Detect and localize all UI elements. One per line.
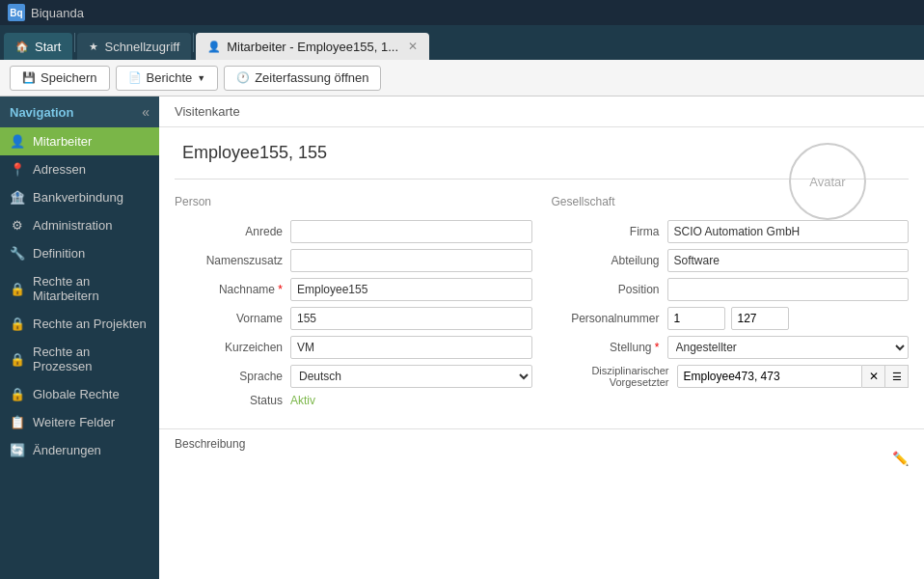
sidebar-item-rechte-mitarbeitern[interactable]: 🔒 Rechte an Mitarbeitern <box>0 267 159 310</box>
abteilung-row: Abteilung <box>552 249 910 272</box>
refresh-icon: 🔄 <box>10 443 25 457</box>
sidebar-item-administration[interactable]: ⚙ Administration <box>0 211 159 239</box>
reports-dropdown-icon: ▼ <box>197 73 205 83</box>
toolbar: 💾 Speichern 📄 Berichte ▼ 🕐 Zeiterfassung… <box>0 60 924 96</box>
person-icon: 👤 <box>10 134 25 149</box>
timetrack-label: Zeiterfassung öffnen <box>255 70 368 85</box>
tab-quick[interactable]: ★ Schnellzugriff <box>77 33 191 60</box>
sidebar-item-aenderungen-label: Änderungen <box>33 443 101 457</box>
anrede-input[interactable] <box>290 220 532 243</box>
description-title: Beschreibung <box>175 437 909 451</box>
sidebar-item-mitarbeiter-label: Mitarbeiter <box>33 134 92 149</box>
stellung-select[interactable]: Angestellter Freiberufler Praktikant <box>667 336 910 359</box>
firma-input[interactable] <box>667 220 910 243</box>
vorname-label: Vorname <box>175 312 290 325</box>
lock-icon-3: 🔒 <box>10 352 25 367</box>
sidebar-item-rechte-projekten[interactable]: 🔒 Rechte an Projekten <box>0 310 159 338</box>
personalnummer-input-1[interactable] <box>667 307 725 330</box>
vorname-input[interactable] <box>290 307 532 330</box>
abteilung-label: Abteilung <box>552 254 667 267</box>
sidebar-item-rechte-prozessen-label: Rechte an Prozessen <box>33 345 149 373</box>
tab-start-label: Start <box>35 40 61 54</box>
timetrack-button[interactable]: 🕐 Zeiterfassung öffnen <box>224 66 381 91</box>
personalnummer-label: Personalnummer <box>552 312 667 325</box>
sidebar-item-rechte-prozessen[interactable]: 🔒 Rechte an Prozessen <box>0 338 159 380</box>
vorgesetzter-select-button[interactable]: ☰ <box>885 365 909 388</box>
gear-icon: ⚙ <box>10 218 25 233</box>
namenszusatz-row: Namenszusatz <box>175 249 532 272</box>
anrede-label: Anrede <box>175 225 290 238</box>
sidebar-item-bankverbindung[interactable]: 🏦 Bankverbindung <box>0 183 159 211</box>
position-input[interactable] <box>667 278 910 301</box>
sidebar-item-definition[interactable]: 🔧 Definition <box>0 239 159 267</box>
employee-header: Employee155, 155 Avatar <box>159 127 924 179</box>
sidebar-title: Navigation <box>10 105 73 120</box>
sprache-row: Sprache Deutsch English Français <box>175 365 532 388</box>
sidebar-item-administration-label: Administration <box>33 218 112 233</box>
sidebar-item-globale-rechte[interactable]: 🔒 Globale Rechte <box>0 380 159 408</box>
sidebar-item-adressen[interactable]: 📍 Adressen <box>0 155 159 183</box>
location-icon: 📍 <box>10 162 25 177</box>
sidebar-item-definition-label: Definition <box>33 246 85 261</box>
sidebar-item-aenderungen[interactable]: 🔄 Änderungen <box>0 436 159 464</box>
save-button[interactable]: 💾 Speichern <box>10 66 110 91</box>
nachname-input[interactable] <box>290 278 532 301</box>
sidebar-item-weitere-felder[interactable]: 📋 Weitere Felder <box>0 408 159 436</box>
position-label: Position <box>552 283 667 296</box>
sidebar-item-globale-rechte-label: Globale Rechte <box>33 387 120 401</box>
kurzeichen-label: Kurzeichen <box>175 341 290 354</box>
personalnummer-input-2[interactable] <box>731 307 789 330</box>
reports-label: Berichte <box>147 70 193 85</box>
star-icon: ★ <box>89 41 98 53</box>
tab-separator-1 <box>74 33 75 52</box>
sprache-label: Sprache <box>175 370 290 383</box>
avatar: Avatar <box>789 143 866 220</box>
tab-employee-label: Mitarbeiter - Employee155, 1... <box>227 40 398 54</box>
namenszusatz-label: Namenszusatz <box>175 254 290 267</box>
firma-row: Firma <box>552 220 910 243</box>
tab-start[interactable]: 🏠 Start <box>4 33 72 60</box>
namenszusatz-input[interactable] <box>290 249 532 272</box>
content-wrapper: Visitenkarte Employee155, 155 Avatar Per… <box>159 96 924 476</box>
sidebar-item-bankverbindung-label: Bankverbindung <box>33 190 123 205</box>
employee-name: Employee155, 155 <box>182 143 327 163</box>
vorgesetzter-input[interactable] <box>677 365 863 388</box>
abteilung-input[interactable] <box>667 249 910 272</box>
personalnummer-row: Personalnummer <box>552 307 910 330</box>
sidebar-item-mitarbeiter[interactable]: 👤 Mitarbeiter <box>0 127 159 155</box>
vorgesetzter-row: Disziplinarischer Vorgesetzter ✕ ☰ <box>552 365 910 388</box>
reports-button[interactable]: 📄 Berichte ▼ <box>116 66 219 91</box>
person-icon: 👤 <box>207 41 221 53</box>
status-label: Status <box>175 394 290 407</box>
sidebar: Navigation « 👤 Mitarbeiter 📍 Adressen 🏦 … <box>0 96 159 579</box>
app-title: Biquanda <box>31 6 84 20</box>
reports-icon: 📄 <box>128 71 142 84</box>
save-label: Speichern <box>41 70 97 85</box>
kurzeichen-input[interactable] <box>290 336 532 359</box>
bank-icon: 🏦 <box>10 190 25 205</box>
nachname-label: Nachname <box>175 283 290 296</box>
description-section: Beschreibung <box>159 428 924 464</box>
tab-close-icon[interactable]: ✕ <box>408 40 418 53</box>
lock-icon-1: 🔒 <box>10 282 25 296</box>
lock-icon-4: 🔒 <box>10 387 25 401</box>
vorgesetzter-clear-button[interactable]: ✕ <box>862 365 885 388</box>
content-area: Visitenkarte Employee155, 155 Avatar Per… <box>159 96 924 579</box>
vorgesetzter-input-group: ✕ ☰ <box>677 365 910 388</box>
home-icon: 🏠 <box>15 41 29 53</box>
stellung-label: Stellung <box>552 341 667 354</box>
edit-icon[interactable]: ✏️ <box>892 451 909 466</box>
sprache-select[interactable]: Deutsch English Français <box>290 365 532 388</box>
status-value: Aktiv <box>290 394 315 407</box>
gesellschaft-section: Gesellschaft Firma Abteilung Position <box>552 195 910 413</box>
tab-employee[interactable]: 👤 Mitarbeiter - Employee155, 1... ✕ <box>196 33 429 60</box>
main-layout: Navigation « 👤 Mitarbeiter 📍 Adressen 🏦 … <box>0 96 924 579</box>
sidebar-item-rechte-mitarbeitern-label: Rechte an Mitarbeitern <box>33 274 149 303</box>
form-sections: Person Anrede Namenszusatz Nachname <box>159 183 924 425</box>
sidebar-collapse-button[interactable]: « <box>142 104 149 120</box>
person-section: Person Anrede Namenszusatz Nachname <box>175 195 532 413</box>
clipboard-icon: 📋 <box>10 415 25 429</box>
sidebar-item-adressen-label: Adressen <box>33 162 86 177</box>
personalnummer-inputs <box>667 307 910 330</box>
status-row: Status Aktiv <box>175 394 532 407</box>
